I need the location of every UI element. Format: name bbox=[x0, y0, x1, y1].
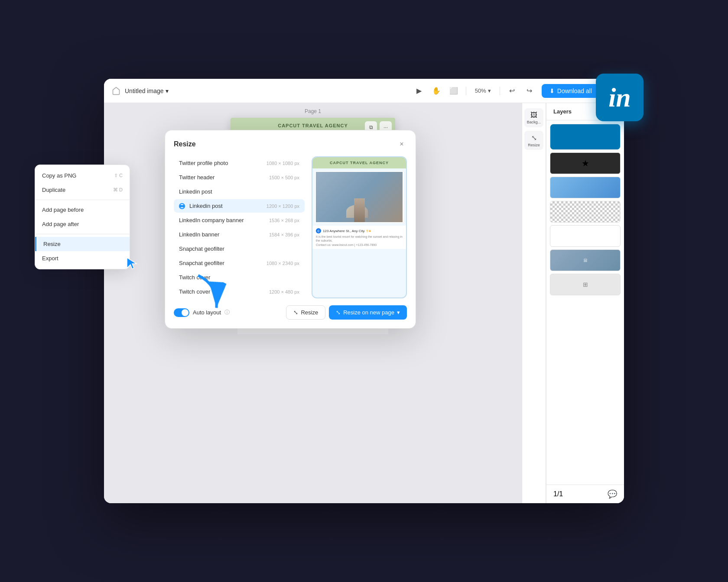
toolbar-left: Untitled image ▾ bbox=[111, 86, 407, 96]
menu-item-duplicate[interactable]: Duplicate ⌘ D bbox=[35, 183, 130, 197]
preview-header: CAPCUT TRAVEL AGENCY bbox=[312, 157, 406, 168]
linkedin-letter: in bbox=[608, 82, 631, 113]
layer-item-linkedin[interactable] bbox=[550, 124, 621, 150]
toolbar-center: ▶ ✋ ⬜ 50% ▾ ↩ ↪ bbox=[412, 84, 536, 98]
preview-business-name: 123 Anywhere St., Any City bbox=[323, 229, 365, 233]
hand-tool-btn[interactable]: ✋ bbox=[429, 84, 443, 98]
dialog-header: Resize × bbox=[174, 139, 407, 149]
resize-new-page-btn[interactable]: ⤡ Resize on new page ▾ bbox=[329, 305, 407, 320]
star-icon: ★ bbox=[582, 158, 589, 168]
linkedin-badge: in bbox=[596, 74, 644, 121]
menu-item-add-after[interactable]: Add page after bbox=[35, 217, 130, 231]
background-icon: 🖼 bbox=[530, 111, 537, 119]
undo-btn[interactable]: ↩ bbox=[505, 84, 519, 98]
download-all-btn[interactable]: ⬇ Download all bbox=[542, 84, 600, 98]
layer-item-star[interactable]: ★ bbox=[550, 152, 621, 174]
svg-marker-0 bbox=[127, 258, 136, 269]
layers-panel: Layers ★ 🏛 bbox=[546, 103, 624, 503]
resize-option-twitter-header[interactable]: Twitter header 1500 × 500 px bbox=[174, 171, 305, 184]
preview-image bbox=[315, 171, 403, 223]
menu-item-export[interactable]: Export bbox=[35, 251, 130, 265]
grid-icon: ⊞ bbox=[583, 281, 588, 288]
panel-footer: 1/1 💬 bbox=[546, 485, 624, 503]
resize-option-snapchat-1[interactable]: Snapchat geofilter bbox=[174, 242, 305, 255]
menu-item-copy-png[interactable]: Copy as PNG ⇧ C bbox=[35, 168, 130, 183]
preview-contact: Contact us: www.lisicut.com | +123-456-7… bbox=[316, 243, 403, 246]
layer-item-grid[interactable]: ⊞ bbox=[550, 274, 621, 295]
resize-option-twitter-photo[interactable]: Twitter profile photo 1080 × 1080 px bbox=[174, 156, 305, 170]
resize-option-linkedin-company[interactable]: LinkedIn company banner 1536 × 268 px bbox=[174, 213, 305, 227]
menu-item-add-before[interactable]: Add page before bbox=[35, 203, 130, 217]
preview-logo: C bbox=[316, 228, 321, 233]
layer-item-circle[interactable] bbox=[550, 177, 621, 198]
info-icon[interactable]: ⓘ bbox=[224, 309, 230, 316]
resize-btn[interactable]: ⤡ Resize bbox=[286, 305, 325, 320]
separator bbox=[466, 87, 466, 95]
resize-icon-btn: ⤡ bbox=[293, 309, 298, 316]
project-name[interactable]: Untitled image ▾ bbox=[125, 87, 169, 94]
canvas-right-tools: 🖼 Backg... ⤡ Resize bbox=[522, 103, 546, 503]
menu-divider-1 bbox=[35, 200, 130, 200]
toggle-switch[interactable] bbox=[174, 308, 189, 317]
redo-btn[interactable]: ↪ bbox=[523, 84, 536, 98]
layer-items: ★ 🏛 ⊞ bbox=[546, 120, 624, 485]
cursor-arrow bbox=[125, 256, 143, 273]
page-count: 1/1 bbox=[553, 490, 563, 498]
background-tool-btn[interactable]: 🖼 Backg... bbox=[524, 108, 543, 127]
dialog-actions: ⤡ Resize ⤡ Resize on new page ▾ bbox=[286, 305, 407, 320]
resize-icon: ⤡ bbox=[531, 134, 537, 142]
preview-footer: C 123 Anywhere St., Any City 5★ It is th… bbox=[312, 226, 406, 249]
zoom-control[interactable]: 50% ▾ bbox=[471, 86, 494, 96]
menu-divider-2 bbox=[35, 234, 130, 234]
context-menu: Copy as PNG ⇧ C Duplicate ⌘ D Add page b… bbox=[35, 165, 130, 269]
layer-item-white[interactable] bbox=[550, 225, 621, 247]
menu-item-resize[interactable]: Resize bbox=[35, 237, 130, 251]
comments-btn[interactable]: 💬 bbox=[608, 489, 617, 499]
dialog-close-btn[interactable]: × bbox=[396, 139, 407, 149]
resize-preview: CAPCUT TRAVEL AGENCY C 123 Anywhere St.,… bbox=[312, 156, 407, 298]
layer-item-checker[interactable] bbox=[550, 201, 621, 223]
download-icon: ⬇ bbox=[549, 87, 555, 94]
page-label: Page 1 bbox=[305, 108, 321, 114]
resize-option-linkedin-post-2[interactable]: Linkedin post 1200 × 1200 px bbox=[174, 199, 305, 213]
app-icon bbox=[111, 86, 121, 96]
frame-tool-btn[interactable]: ⬜ bbox=[447, 84, 461, 98]
toolbar: Untitled image ▾ ▶ ✋ ⬜ 50% ▾ ↩ ↪ ⬇ Downl… bbox=[104, 79, 624, 103]
preview-business: C 123 Anywhere St., Any City 5★ bbox=[316, 228, 403, 233]
select-tool-btn[interactable]: ▶ bbox=[412, 84, 426, 98]
resize-option-linkedin-banner[interactable]: LinkedIn banner 1584 × 396 px bbox=[174, 228, 305, 241]
radio-filled bbox=[179, 203, 185, 209]
resize-option-linkedin-post-1[interactable]: Linkedin post bbox=[174, 185, 305, 198]
preview-description: It is the best tourist resort for watchi… bbox=[316, 235, 403, 242]
layer-item-photo[interactable]: 🏛 bbox=[550, 249, 621, 271]
resize-tool-btn[interactable]: ⤡ Resize bbox=[524, 131, 543, 150]
resize-option-snapchat-2[interactable]: Snapchat geofilter 1080 × 2340 px bbox=[174, 256, 305, 270]
resize-new-page-icon: ⤡ bbox=[336, 309, 341, 316]
separator2 bbox=[500, 87, 500, 95]
